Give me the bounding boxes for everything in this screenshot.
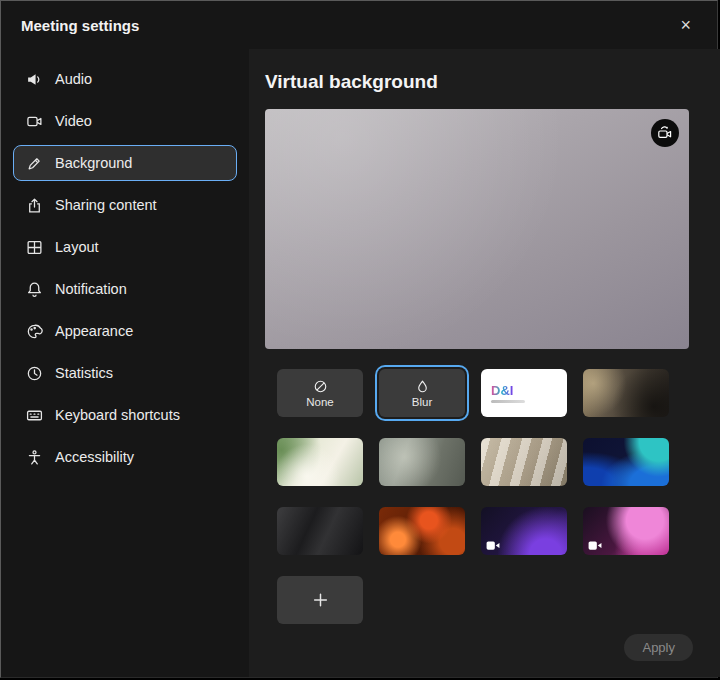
accessibility-icon — [26, 449, 43, 466]
tile-lava-background[interactable] — [379, 507, 465, 555]
tile-purple-gradient-background[interactable] — [481, 507, 567, 555]
sidebar-item-appearance[interactable]: Appearance — [13, 313, 237, 349]
sidebar-item-label: Accessibility — [55, 449, 134, 465]
add-background-button[interactable] — [277, 576, 363, 624]
tile-logo-background[interactable]: D&I — [481, 369, 567, 417]
tile-blue-abstract-background[interactable] — [583, 438, 669, 486]
add-background-icon — [312, 592, 329, 609]
sidebar-item-video[interactable]: Video — [13, 103, 237, 139]
tile-pink-abstract-background[interactable] — [583, 507, 669, 555]
sidebar-item-label: Sharing content — [55, 197, 157, 213]
sidebar-item-label: Notification — [55, 281, 127, 297]
sidebar-item-label: Keyboard shortcuts — [55, 407, 180, 423]
sidebar-item-statistics[interactable]: Statistics — [13, 355, 237, 391]
meeting-settings-dialog: Meeting settings × Audio Video Bac — [0, 0, 718, 678]
virtual-background-panel: Virtual background None — [249, 49, 720, 677]
sidebar-item-keyboard-shortcuts[interactable]: Keyboard shortcuts — [13, 397, 237, 433]
sidebar-item-label: Video — [55, 113, 92, 129]
video-camera-icon — [26, 113, 43, 130]
speaker-icon — [26, 71, 43, 88]
sidebar-item-accessibility[interactable]: Accessibility — [13, 439, 237, 475]
sidebar-item-sharing-content[interactable]: Sharing content — [13, 187, 237, 223]
sidebar-item-label: Layout — [55, 239, 99, 255]
background-thumbnail-grid: None Blur D&I — [277, 369, 689, 624]
none-icon — [313, 379, 328, 394]
sidebar-item-label: Audio — [55, 71, 92, 87]
logo-subtext-decoration — [491, 400, 525, 403]
apply-button[interactable]: Apply — [624, 634, 693, 661]
layout-grid-icon — [26, 239, 43, 256]
dialog-title: Meeting settings — [21, 17, 139, 34]
flip-camera-button[interactable] — [651, 119, 679, 147]
tile-label: None — [306, 396, 334, 408]
background-brush-icon — [26, 155, 43, 172]
tile-label: Blur — [412, 396, 432, 408]
tile-window-light-background[interactable] — [481, 438, 567, 486]
sidebar-item-background[interactable]: Background — [13, 145, 237, 181]
sidebar-item-label: Appearance — [55, 323, 133, 339]
statistics-clock-icon — [26, 365, 43, 382]
tile-blur[interactable]: Blur — [379, 369, 465, 417]
bell-icon — [26, 281, 43, 298]
close-button[interactable]: × — [674, 14, 697, 36]
sidebar-item-audio[interactable]: Audio — [13, 61, 237, 97]
video-badge-icon — [486, 540, 500, 551]
sidebar-item-label: Background — [55, 155, 132, 171]
video-badge-icon — [588, 540, 602, 551]
keyboard-icon — [26, 407, 43, 424]
sidebar-item-layout[interactable]: Layout — [13, 229, 237, 265]
tile-living-room-background[interactable] — [277, 438, 363, 486]
tile-none[interactable]: None — [277, 369, 363, 417]
settings-sidebar: Audio Video Background Sharing content — [1, 49, 249, 677]
sidebar-item-label: Statistics — [55, 365, 113, 381]
camera-preview — [265, 109, 689, 349]
flip-camera-icon — [657, 125, 674, 142]
appearance-icon — [26, 323, 43, 340]
sidebar-item-notification[interactable]: Notification — [13, 271, 237, 307]
tile-office-background[interactable] — [583, 369, 669, 417]
tile-dark-waves-background[interactable] — [277, 507, 363, 555]
dialog-body: Audio Video Background Sharing content — [1, 49, 717, 677]
share-icon — [26, 197, 43, 214]
panel-title: Virtual background — [265, 71, 689, 93]
logo-text: D&I — [491, 384, 513, 397]
blur-drop-icon — [415, 379, 430, 394]
titlebar: Meeting settings × — [1, 1, 717, 49]
close-icon: × — [680, 15, 691, 35]
tile-blurred-green-background[interactable] — [379, 438, 465, 486]
